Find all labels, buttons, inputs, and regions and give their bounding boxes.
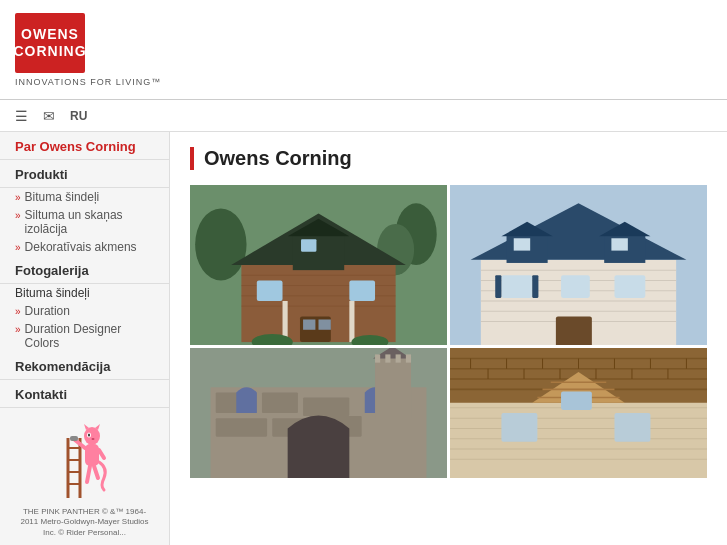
content-area: Owens Corning: [170, 132, 727, 545]
svg-rect-54: [614, 275, 645, 298]
svg-rect-66: [216, 418, 267, 437]
svg-rect-12: [85, 444, 99, 466]
svg-line-16: [87, 466, 90, 482]
sidebar-link-bituma[interactable]: » Bituma šindeļi: [0, 188, 169, 206]
house-image-2: [450, 185, 707, 345]
svg-rect-106: [501, 413, 537, 442]
logo-line1: OWENS: [21, 26, 79, 43]
page-title: Owens Corning: [190, 147, 707, 170]
svg-rect-69: [375, 356, 411, 418]
svg-rect-58: [556, 316, 592, 345]
sidebar-item-fotogalerija[interactable]: Fotogalerija: [0, 256, 169, 284]
svg-rect-32: [301, 239, 316, 251]
svg-rect-64: [262, 392, 298, 413]
svg-rect-28: [293, 234, 344, 270]
svg-rect-60: [532, 275, 538, 298]
arrow-icon: »: [15, 192, 21, 203]
svg-rect-14: [70, 436, 78, 441]
house-image-1: [190, 185, 447, 345]
svg-rect-105: [561, 391, 592, 410]
svg-point-10: [88, 434, 90, 437]
logo: OWENS CORNING: [15, 13, 85, 73]
svg-rect-74: [406, 354, 411, 362]
house-image-3: [190, 348, 447, 478]
sidebar-link-bituma-foto[interactable]: Bituma šindeļi: [0, 284, 169, 302]
svg-rect-72: [385, 354, 390, 362]
svg-rect-31: [349, 280, 375, 301]
svg-point-19: [195, 208, 246, 280]
pink-panther-figure: [60, 418, 110, 503]
svg-rect-59: [495, 275, 501, 298]
svg-rect-71: [375, 354, 380, 362]
svg-rect-73: [396, 354, 401, 362]
svg-rect-37: [349, 301, 354, 342]
svg-rect-30: [257, 280, 283, 301]
sidebar-link-duration[interactable]: » Duration: [0, 302, 169, 320]
svg-rect-57: [611, 238, 627, 250]
sidebar-item-kontakti[interactable]: Kontakti: [0, 380, 169, 408]
panther-caption: THE PINK PANTHER © &™ 1964-2011 Metro-Go…: [15, 507, 154, 538]
svg-line-17: [94, 466, 98, 478]
svg-rect-55: [561, 275, 590, 298]
main-layout: Par Owens Corning Produkti » Bituma šind…: [0, 132, 727, 545]
arrow-icon: »: [15, 306, 21, 317]
lang-selector[interactable]: RU: [70, 109, 87, 123]
svg-rect-35: [319, 319, 331, 329]
svg-rect-53: [501, 275, 532, 298]
logo-area: OWENS CORNING INNOVATIONS FOR LIVING™: [15, 13, 161, 87]
svg-point-11: [91, 438, 94, 440]
sidebar-item-par-owens[interactable]: Par Owens Corning: [0, 132, 169, 160]
arrow-icon: »: [15, 324, 21, 335]
svg-rect-65: [303, 398, 349, 417]
nav-icons-bar: ☰ ✉ RU: [0, 100, 727, 132]
sidebar-link-dekorativais[interactable]: » Dekoratīvais akmens: [0, 238, 169, 256]
sidebar: Par Owens Corning Produkti » Bituma šind…: [0, 132, 170, 545]
mail-icon[interactable]: ✉: [43, 108, 55, 124]
sidebar-item-rekomendacija[interactable]: Rekomendācija: [0, 352, 169, 380]
sidebar-item-produkti[interactable]: Produkti: [0, 160, 169, 188]
image-collage: [190, 185, 707, 478]
sidebar-link-siltuma[interactable]: » Siltuma un skaņas izolācija: [0, 206, 169, 238]
arrow-icon: »: [15, 210, 21, 221]
svg-line-15: [99, 450, 104, 458]
list-icon[interactable]: ☰: [15, 108, 28, 124]
svg-rect-107: [614, 413, 650, 442]
sidebar-link-duration-designer[interactable]: » Duration Designer Colors: [0, 320, 169, 352]
svg-rect-56: [514, 238, 530, 250]
house-image-4: [450, 348, 707, 478]
tagline: INNOVATIONS FOR LIVING™: [15, 77, 161, 87]
top-bar: OWENS CORNING INNOVATIONS FOR LIVING™: [0, 0, 727, 100]
pink-panther-area: THE PINK PANTHER © &™ 1964-2011 Metro-Go…: [0, 408, 169, 543]
arrow-icon: »: [15, 242, 21, 253]
svg-rect-34: [303, 319, 315, 329]
logo-line2: CORNING: [13, 43, 86, 60]
